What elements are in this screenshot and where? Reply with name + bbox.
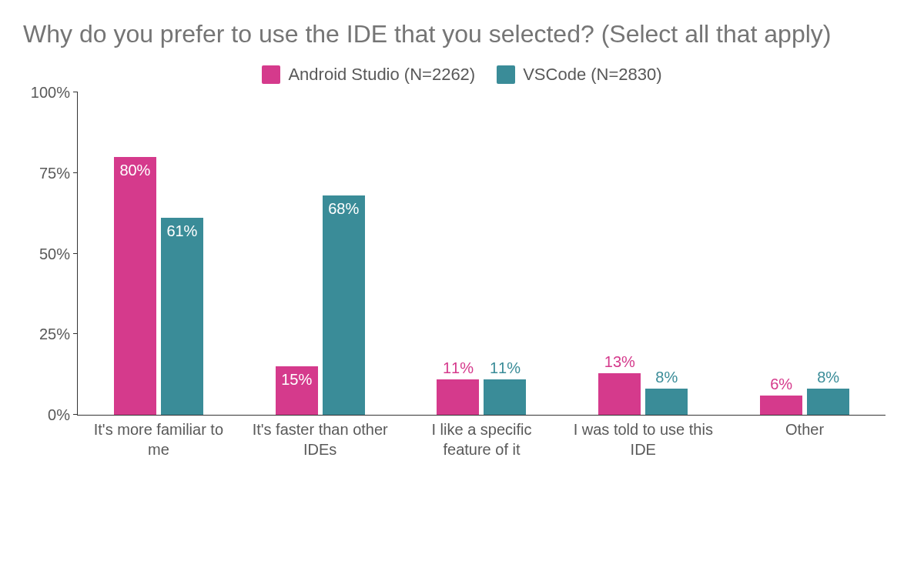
bar: 8% [645, 389, 688, 415]
x-axis-label: It's more familiar to me [78, 419, 239, 459]
bar-group: 80%61% [78, 92, 239, 415]
bar-value-label: 80% [119, 162, 150, 179]
bar: 68% [323, 195, 365, 415]
plot-area: 80%61%15%68%11%11%13%8%6%8% It's more fa… [77, 92, 886, 416]
bar-value-label: 8% [655, 369, 678, 386]
legend-label: Android Studio (N=2262) [288, 65, 475, 85]
y-tick-mark [73, 253, 78, 254]
bar: 11% [437, 379, 479, 415]
bar: 6% [760, 396, 802, 415]
y-tick-label: 0% [21, 406, 70, 424]
bar-value-label: 8% [817, 369, 839, 386]
bar-group: 11%11% [401, 92, 563, 415]
bar-group: 6%8% [724, 92, 886, 415]
x-axis-label: I was told to use this IDE [562, 419, 724, 459]
chart-title: Why do you prefer to use the IDE that yo… [23, 18, 901, 49]
bar-value-label: 6% [770, 376, 792, 393]
y-tick-label: 100% [21, 84, 70, 102]
y-tick-label: 25% [21, 326, 70, 343]
y-tick-mark [73, 172, 78, 173]
x-axis-label: I like a specific feature of it [401, 419, 563, 459]
bar-value-label: 13% [604, 353, 635, 371]
bar: 8% [807, 389, 849, 415]
y-tick-mark [73, 333, 78, 334]
bar-value-label: 61% [166, 222, 197, 240]
bar-group: 13%8% [562, 92, 724, 415]
legend: Android Studio (N=2262)VSCode (N=2830) [23, 65, 901, 85]
legend-swatch [497, 65, 515, 84]
x-axis-label: Other [724, 419, 886, 459]
x-axis-label: It's faster than other IDEs [239, 419, 401, 459]
legend-item: Android Studio (N=2262) [262, 65, 475, 85]
bar-value-label: 68% [328, 200, 359, 218]
bar: 61% [161, 218, 203, 415]
legend-label: VSCode (N=2830) [523, 65, 661, 85]
bar: 15% [276, 366, 318, 415]
y-tick-label: 75% [21, 164, 70, 182]
bar-value-label: 11% [443, 359, 474, 377]
legend-swatch [262, 65, 280, 84]
chart-container: Why do you prefer to use the IDE that yo… [0, 0, 924, 571]
bar: 13% [598, 373, 641, 415]
bar: 11% [484, 379, 526, 415]
bar-value-label: 15% [281, 371, 312, 389]
y-tick-mark [73, 92, 78, 92]
bar-group: 15%68% [239, 92, 401, 415]
x-axis-labels: It's more familiar to meIt's faster than… [78, 419, 886, 459]
plot: 80%61%15%68%11%11%13%8%6%8% It's more fa… [77, 92, 886, 446]
y-tick-mark [73, 414, 78, 415]
legend-item: VSCode (N=2830) [497, 65, 661, 85]
bar-value-label: 11% [490, 359, 521, 377]
bar: 80% [114, 157, 156, 415]
bar-groups: 80%61%15%68%11%11%13%8%6%8% [78, 92, 886, 415]
y-tick-label: 50% [21, 245, 70, 262]
